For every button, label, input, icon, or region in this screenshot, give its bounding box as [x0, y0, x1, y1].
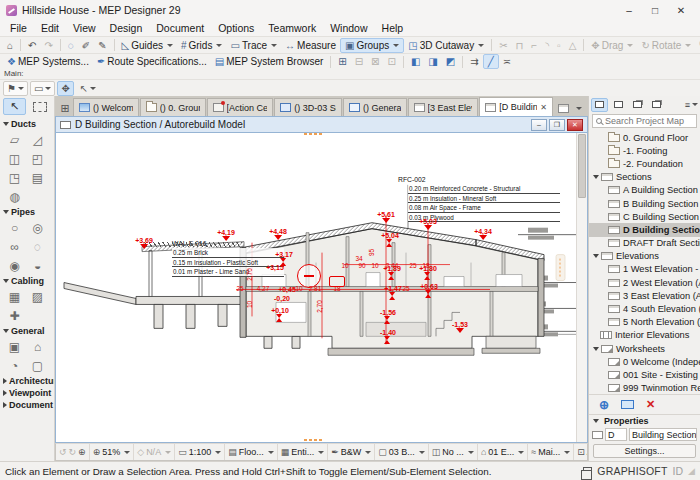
tree-item-999-twinmotion-re[interactable]: 999 Twinmotion Re	[589, 382, 700, 394]
mep-zoom-4-button[interactable]: ⊡	[384, 54, 400, 69]
menu-window[interactable]: Window	[323, 21, 374, 35]
pen-set-button[interactable]: ✒B&W	[328, 444, 375, 460]
menu-edit[interactable]: Edit	[34, 21, 66, 35]
trace-button[interactable]: ▭Trace	[226, 38, 281, 53]
mep-system-browser-button[interactable]: ▤MEP System Browser	[211, 54, 328, 69]
mep-sloped-route-button[interactable]: ╱	[483, 54, 499, 69]
mep-edit-1-button[interactable]: ◧	[407, 54, 424, 69]
toolbox-section-cabling[interactable]: Cabling	[0, 275, 54, 287]
intersect-button[interactable]: ⌐	[527, 38, 541, 53]
tree-item-d-building-section[interactable]: D Building Section	[589, 223, 700, 236]
properties-header[interactable]: Properties	[589, 414, 700, 427]
redo-button[interactable]: ↷	[40, 38, 56, 53]
windows-stack-icon[interactable]	[583, 467, 592, 475]
route-specifications-button[interactable]: ✒Route Specifications...	[93, 54, 211, 69]
pick-up-parameters-button[interactable]: ✐	[78, 38, 94, 53]
tree-item-c-building-section[interactable]: C Building Section	[589, 210, 700, 223]
undo-button[interactable]: ↶	[24, 38, 40, 53]
fillet-button[interactable]: ◝	[541, 38, 553, 53]
tree-item-a-building-section[interactable]: A Building Section	[589, 184, 700, 197]
section-name-field[interactable]: Building Section	[629, 428, 697, 441]
renovation-filter-button[interactable]: ⌂01 E...	[478, 444, 528, 460]
groups-button[interactable]: ▣Groups	[340, 38, 404, 53]
doc-close-button[interactable]: ✕	[567, 119, 583, 131]
menu-file[interactable]: File	[3, 21, 34, 35]
tab-3-east-elevati[interactable]: [3 East Elevati...	[408, 98, 479, 116]
cable-carrier-flexible-tool[interactable]: ✚	[3, 306, 26, 325]
tab-list-dropdown[interactable]	[554, 100, 586, 116]
cable-carrier-junction-tool[interactable]: ▨	[26, 287, 49, 306]
toolbox-section-ducts[interactable]: Ducts	[0, 118, 54, 130]
doc-minimize-button[interactable]: –	[531, 119, 547, 131]
menu-teamwork[interactable]: Teamwork	[261, 21, 323, 35]
model-view-options-button[interactable]: ▢03 B...	[375, 444, 429, 460]
select-elements-button[interactable]: ◌	[64, 38, 78, 53]
partial-structure-display-button[interactable]: ▦Enti...	[278, 444, 329, 460]
marker-tool-button[interactable]: ⚑	[3, 81, 28, 96]
tab-d-building-s[interactable]: [D Building S...✕	[479, 97, 553, 116]
maximize-button[interactable]: □	[642, 5, 668, 16]
duct-bend-tool[interactable]: ◿	[26, 130, 49, 149]
cutaway-3d-button[interactable]: ◳3D Cutaway	[404, 38, 488, 53]
tab-general-3[interactable]: () General 3...	[343, 98, 407, 116]
toolbox-section-general[interactable]: General	[0, 325, 54, 337]
resize-button[interactable]: ▫	[553, 38, 565, 53]
close-button[interactable]: ✕	[668, 5, 694, 16]
mep-edit-2-button[interactable]: ◨	[424, 54, 441, 69]
toolbox-section-document[interactable]: Document	[0, 399, 54, 411]
previous-zoom-icon[interactable]: ↺	[59, 447, 67, 457]
section-id-field[interactable]: D	[605, 428, 627, 441]
pipe-straight-tool[interactable]: ○	[3, 218, 26, 237]
toolbox-section-pipes[interactable]: Pipes	[0, 206, 54, 218]
mep-zoom-1-button[interactable]: ⊞	[334, 54, 350, 69]
duct-inline-tool[interactable]: ▤	[26, 168, 49, 187]
pipe-terminal-tool[interactable]: ◉	[3, 256, 26, 275]
inject-parameters-button[interactable]: ✎	[94, 38, 110, 53]
menu-view[interactable]: View	[66, 21, 103, 35]
layout-book-button[interactable]	[629, 98, 646, 112]
tree-item-draft-draft-section[interactable]: DRAFT Draft Section	[589, 237, 700, 250]
duct-straight-tool[interactable]: ▱	[3, 130, 26, 149]
arrow-tool-button[interactable]: ↖	[76, 81, 100, 96]
pan-tool-button[interactable]: ✥	[57, 81, 73, 96]
drawing-canvas[interactable]: RFC-002 0.20 m Reinforced Concrete - Str…	[56, 133, 576, 442]
custom-component-tool[interactable]: ▢	[26, 356, 49, 375]
next-zoom-icon[interactable]: ↻	[69, 447, 77, 457]
grids-button[interactable]: #Grids	[177, 38, 226, 53]
mep-route-continue-button[interactable]: ⇉	[466, 54, 482, 69]
menu-design[interactable]: Design	[103, 21, 150, 35]
tree-item-2-west-elevation-a[interactable]: 2 West Elevation (A	[589, 276, 700, 289]
floor-plan-cut-plane-button[interactable]: ▤Floo...	[225, 444, 278, 460]
zoom-level-button[interactable]: ⊕51%	[90, 444, 135, 460]
doc-restore-button[interactable]: ❐	[549, 119, 565, 131]
delete-button[interactable]: ✕	[646, 398, 655, 411]
scrollbar-thumb[interactable]	[578, 134, 586, 198]
tree-item-sections[interactable]: Sections	[589, 171, 700, 184]
pipe-inline-tool[interactable]: ◒	[26, 256, 49, 275]
split-button[interactable]: ✂	[495, 38, 511, 53]
tree-item-5-north-elevation-a[interactable]: 5 North Elevation (A	[589, 316, 700, 329]
home-button[interactable]: ⌂	[3, 38, 17, 53]
tree-item-b-building-section[interactable]: B Building Section	[589, 197, 700, 210]
tree-item-2-foundation[interactable]: -2. Foundation	[589, 157, 700, 170]
stretch-button[interactable]: %	[695, 38, 700, 53]
navigator-menu-button[interactable]: ≡	[685, 100, 698, 110]
resize-grip[interactable]: ◢	[688, 466, 695, 476]
cable-carrier-straight-tool[interactable]: ▦	[3, 287, 26, 306]
tab-welcome[interactable]: () Welcome [...	[73, 98, 139, 116]
tree-item-4-south-elevation-a[interactable]: 4 South Elevation (A	[589, 302, 700, 315]
project-map-button[interactable]	[591, 98, 608, 112]
tree-item-3-east-elevation-au[interactable]: 3 East Elevation (Au	[589, 289, 700, 302]
mep-zoom-3-button[interactable]: ⊠	[367, 54, 383, 69]
pipe-transition-tool[interactable]: ◌	[26, 237, 49, 256]
mep-edit-3-button[interactable]: ◩	[442, 54, 459, 69]
equipment-tool[interactable]: ▣	[3, 337, 26, 356]
mep-connect-button[interactable]: ≍	[499, 54, 515, 69]
duct-terminal-tool[interactable]: ◳	[3, 168, 26, 187]
close-tab-icon[interactable]: ✕	[540, 103, 547, 112]
publisher-button[interactable]	[648, 98, 665, 112]
graphic-override-button[interactable]: ◫No ...	[429, 444, 478, 460]
dimensions-standard-button[interactable]: ⊡Arch...	[574, 444, 588, 460]
tree-item-0-welcome-indepe[interactable]: 0 Welcome (Indepe	[589, 355, 700, 368]
tab-overview-icon[interactable]: ⊞	[57, 100, 73, 116]
